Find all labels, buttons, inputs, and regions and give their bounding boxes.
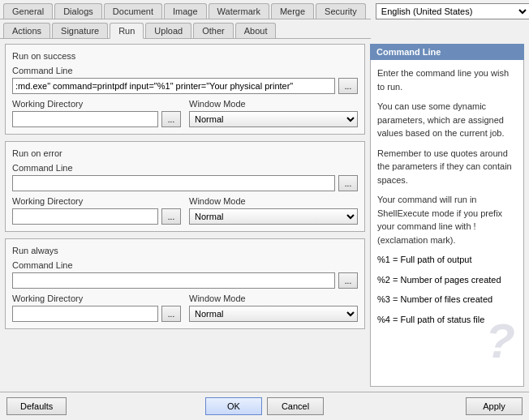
tab-security[interactable]: Security (316, 3, 366, 19)
cmd-input-success[interactable] (12, 78, 335, 94)
cmd-label-always: Command Line (12, 260, 358, 270)
help-p2: You can use some dynamic parameters, whi… (377, 100, 517, 140)
cmd-label-error: Command Line (12, 163, 358, 173)
run-always-title: Run always (12, 246, 358, 255)
top-tabs-row1: General Dialogs Document Image Watermark… (0, 0, 371, 19)
browse-btn-always-dir[interactable]: ... (161, 306, 181, 322)
dir-input-always[interactable] (12, 306, 158, 322)
bottom-bar-center: OK Cancel (205, 397, 324, 415)
tab-upload[interactable]: Upload (145, 23, 191, 38)
cmd-row-always: ... (12, 272, 358, 289)
bottom-bar: Defaults OK Cancel Apply (0, 392, 529, 420)
tab-actions[interactable]: Actions (3, 23, 50, 38)
bottom-bar-right: Apply (329, 397, 523, 415)
defaults-button[interactable]: Defaults (6, 397, 67, 415)
tab-image[interactable]: Image (164, 3, 207, 19)
dir-row-always: ... (12, 306, 181, 322)
dir-group-error: Working Directory ... (12, 196, 181, 225)
browse-btn-error-dir[interactable]: ... (161, 208, 181, 225)
tab-merge[interactable]: Merge (271, 3, 314, 19)
tab-general[interactable]: General (3, 3, 53, 19)
tab-about[interactable]: About (235, 23, 277, 38)
cmd-input-error[interactable] (12, 175, 335, 191)
right-panel: Command Line Enter the command line you … (370, 44, 524, 387)
dir-mode-row-error: Working Directory ... Window Mode Normal… (12, 196, 358, 225)
tab-dialogs[interactable]: Dialogs (54, 3, 102, 19)
mode-select-always[interactable]: Normal Minimized Maximized Hidden (189, 306, 358, 322)
run-on-error-title: Run on error (12, 148, 358, 158)
content-area: Run on success Command Line ... Working … (0, 39, 529, 392)
lang-area: English (United States) (371, 0, 529, 21)
tab-run[interactable]: Run (110, 23, 144, 39)
top-tabs-row2: Actions Signature Run Upload Other About (0, 19, 371, 39)
help-body: Enter the command line you wish to run. … (370, 60, 524, 387)
help-param1: %1 = Full path of output (377, 253, 517, 267)
main-container: General Dialogs Document Image Watermark… (0, 0, 529, 420)
mode-select-success[interactable]: Normal Minimized Maximized Hidden (189, 111, 358, 127)
dir-mode-row-success: Working Directory ... Window Mode Normal… (12, 99, 358, 127)
ok-button[interactable]: OK (205, 397, 262, 415)
header-row: General Dialogs Document Image Watermark… (0, 0, 529, 39)
dir-group-success: Working Directory ... (12, 99, 181, 127)
tab-watermark[interactable]: Watermark (209, 3, 269, 19)
dir-label-error: Working Directory (12, 196, 181, 206)
run-on-error-section: Run on error Command Line ... Working Di… (5, 141, 365, 232)
dir-label-success: Working Directory (12, 99, 181, 109)
tab-document[interactable]: Document (104, 3, 162, 19)
help-p1: Enter the command line you wish to run. (377, 66, 517, 93)
dir-label-always: Working Directory (12, 294, 181, 303)
browse-btn-success-dir[interactable]: ... (161, 111, 181, 127)
run-on-success-title: Run on success (12, 51, 358, 61)
cmd-input-always[interactable] (12, 272, 335, 289)
mode-group-always: Window Mode Normal Minimized Maximized H… (189, 294, 358, 322)
browse-btn-error-cmd[interactable]: ... (338, 175, 358, 191)
mode-label-error: Window Mode (189, 196, 358, 206)
dir-mode-row-always: Working Directory ... Window Mode Normal… (12, 294, 358, 322)
dir-group-always: Working Directory ... (12, 294, 181, 322)
dir-row-success: ... (12, 111, 181, 127)
run-on-success-section: Run on success Command Line ... Working … (5, 44, 365, 135)
language-select[interactable]: English (United States) (376, 3, 529, 19)
browse-btn-always-cmd[interactable]: ... (338, 272, 358, 289)
left-panel: Run on success Command Line ... Working … (5, 44, 365, 387)
dir-input-success[interactable] (12, 111, 158, 127)
help-p4: Your command will run in ShellExecute mo… (377, 193, 517, 246)
help-p3: Remember to use quotes around the parame… (377, 147, 517, 187)
mode-label-success: Window Mode (189, 99, 358, 109)
cancel-button[interactable]: Cancel (267, 397, 324, 415)
cmd-row-error: ... (12, 175, 358, 191)
run-always-section: Run always Command Line ... Working Dire… (5, 238, 365, 329)
bottom-bar-left: Defaults (6, 397, 200, 415)
tab-signature[interactable]: Signature (52, 23, 108, 38)
tab-other[interactable]: Other (193, 23, 234, 38)
dir-input-error[interactable] (12, 208, 158, 225)
question-mark-icon: ? (485, 305, 515, 378)
mode-label-always: Window Mode (189, 294, 358, 303)
help-param2: %2 = Number of pages created (377, 273, 517, 287)
apply-button[interactable]: Apply (466, 397, 523, 415)
browse-btn-success-cmd[interactable]: ... (338, 78, 358, 94)
dir-row-error: ... (12, 208, 181, 225)
tabs-col: General Dialogs Document Image Watermark… (0, 0, 371, 39)
cmd-row-success: ... (12, 78, 358, 94)
mode-group-error: Window Mode Normal Minimized Maximized H… (189, 196, 358, 225)
mode-group-success: Window Mode Normal Minimized Maximized H… (189, 99, 358, 127)
help-header: Command Line (370, 44, 524, 60)
cmd-label-success: Command Line (12, 66, 358, 75)
mode-select-error[interactable]: Normal Minimized Maximized Hidden (189, 208, 358, 225)
